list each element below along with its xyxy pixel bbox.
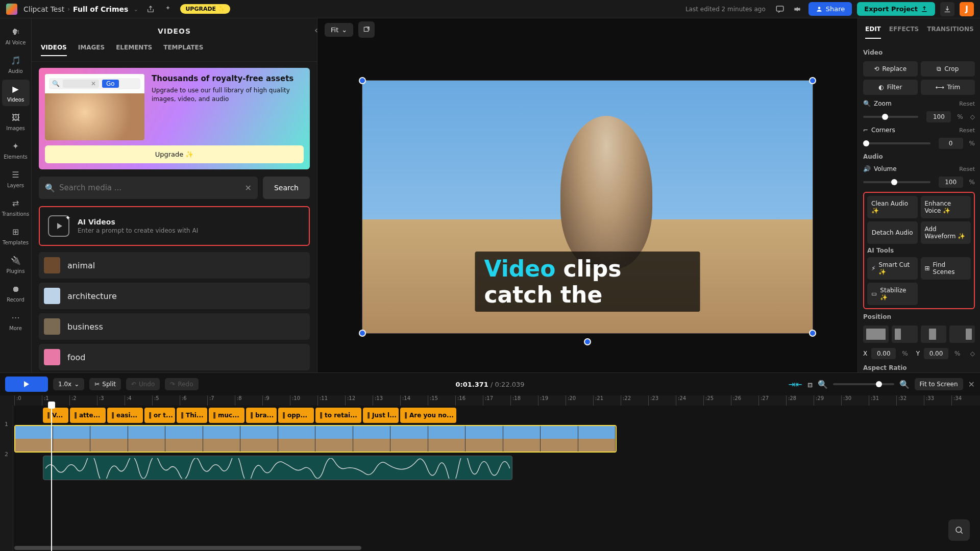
caption-clip[interactable]: ‖or t... [144, 408, 175, 423]
comment-icon[interactable] [775, 4, 785, 14]
caption-clip[interactable]: ‖muc... [209, 408, 244, 423]
pos-right[interactable] [949, 325, 975, 343]
captions-track[interactable]: ‖V...‖atte...‖easi...‖or t...‖Thi...‖muc… [43, 408, 980, 423]
timeline-ruler[interactable]: :0:1:2:3:4:5:6:7:8:9:10:11:12:13:14:15:1… [0, 395, 980, 406]
caption-clip[interactable]: ‖atte... [70, 408, 106, 423]
category-business[interactable]: business [39, 313, 310, 340]
resize-handle-tl[interactable] [359, 77, 366, 84]
share-up-icon[interactable] [145, 4, 156, 14]
video-caption[interactable]: Video clips catch the [475, 252, 700, 312]
right-tab-edit[interactable]: EDIT [865, 26, 881, 39]
banner-upgrade-button[interactable]: Upgrade ✨ [45, 145, 304, 163]
caption-clip[interactable]: ‖Just l... [363, 408, 399, 423]
snap-icon[interactable]: ⇥⇤ [789, 380, 802, 389]
ruler-tick[interactable]: :33 [924, 395, 951, 406]
caption-clip[interactable]: ‖V... [43, 408, 68, 423]
audio-track-clip[interactable] [43, 456, 512, 480]
split-button[interactable]: ✂Split [89, 378, 121, 390]
app-logo[interactable] [6, 4, 17, 15]
video-preview[interactable]: Video clips catch the [362, 80, 813, 334]
corners-slider[interactable] [863, 142, 930, 144]
add-waveform-button[interactable]: Add Waveform ✨ [921, 221, 971, 244]
ruler-tick[interactable]: :2 [69, 395, 97, 406]
rail-item-transitions[interactable]: ⇄Transitions [2, 194, 30, 220]
ruler-tick[interactable]: :8 [235, 395, 262, 406]
zoom-out-icon[interactable]: 🔍 [818, 380, 828, 389]
video-track-clip[interactable] [14, 425, 617, 453]
media-search-input[interactable]: 🔍 ✕ [39, 177, 258, 199]
ruler-tick[interactable]: :17 [483, 395, 510, 406]
corners-value[interactable]: 0 [939, 138, 963, 149]
link-icon[interactable]: ◇ [970, 113, 975, 120]
close-timeline-icon[interactable]: ✕ [968, 380, 975, 389]
timeline-scrollbar[interactable] [14, 546, 361, 550]
category-architecture[interactable]: architecture [39, 283, 310, 309]
find-scenes-button[interactable]: ⊞Find Scenes [921, 257, 971, 280]
rail-item-audio[interactable]: 🎵Audio [2, 51, 30, 78]
stabilize-button[interactable]: ▭Stabilize ✨ [867, 283, 918, 305]
volume-slider[interactable] [863, 181, 930, 183]
detach-audio-button[interactable]: Detach Audio [867, 221, 918, 244]
caption-clip[interactable]: ‖bra... [246, 408, 277, 423]
ruler-tick[interactable]: :31 [869, 395, 896, 406]
rotate-handle[interactable] [584, 338, 591, 345]
left-tab-elements[interactable]: ELEMENTS [116, 44, 152, 56]
ruler-tick[interactable]: :25 [703, 395, 731, 406]
search-fab[interactable] [948, 519, 970, 541]
corners-reset[interactable]: Reset [959, 127, 975, 134]
ruler-tick[interactable]: :5 [152, 395, 180, 406]
left-tab-videos[interactable]: VIDEOS [41, 44, 67, 56]
ruler-tick[interactable]: :7 [207, 395, 235, 406]
smart-cut-button[interactable]: ⚡Smart Cut ✨ [867, 257, 918, 280]
ruler-tick[interactable]: :15 [428, 395, 455, 406]
timeline-tracks[interactable]: 12 ‖V...‖atte...‖easi...‖or t...‖Thi...‖… [0, 406, 980, 551]
ruler-tick[interactable]: :27 [758, 395, 786, 406]
ruler-tick[interactable]: :34 [951, 395, 979, 406]
fit-dropdown[interactable]: Fit⌄ [325, 23, 353, 37]
upgrade-pill[interactable]: UPGRADE ✨ [180, 4, 230, 14]
banner-go-button[interactable]: Go [102, 80, 119, 88]
undo-button[interactable]: ↶Undo [126, 378, 160, 390]
rail-item-plugins[interactable]: 🔌Plugins [2, 251, 30, 278]
share-button[interactable]: Share [808, 2, 852, 16]
play-button[interactable] [5, 377, 48, 392]
y-value[interactable]: 0.00 [924, 348, 948, 359]
speed-dropdown[interactable]: 1.0x⌄ [53, 378, 84, 390]
search-button[interactable]: Search [263, 177, 310, 199]
pos-full[interactable] [863, 325, 889, 343]
volume-value[interactable]: 100 [939, 177, 963, 188]
ruler-tick[interactable]: :3 [97, 395, 125, 406]
rail-item-ai-voice[interactable]: 🗣AI Voice [2, 22, 30, 49]
ruler-tick[interactable]: :1 [42, 395, 69, 406]
ruler-tick[interactable]: :30 [841, 395, 869, 406]
rail-item-more[interactable]: ⋯More [2, 308, 30, 335]
fit-screen-button[interactable]: Fit to Screen [915, 378, 963, 390]
breadcrumb-parent[interactable]: Clipcat Test [23, 5, 64, 13]
category-animal[interactable]: animal [39, 252, 310, 279]
download-button[interactable] [940, 2, 954, 16]
rail-item-elements[interactable]: ✦Elements [2, 137, 30, 163]
clear-icon[interactable]: ✕ [244, 183, 251, 193]
ai-videos-button[interactable]: ✦ AI Videos Enter a prompt to create vid… [39, 206, 310, 246]
ruler-tick[interactable]: :4 [125, 395, 152, 406]
right-tab-effects[interactable]: EFFECTS [889, 26, 919, 39]
resize-handle-br[interactable] [809, 330, 816, 337]
sparkle-icon[interactable] [163, 4, 173, 14]
ruler-tick[interactable]: :16 [455, 395, 483, 406]
rail-item-templates[interactable]: ⊞Templates [2, 222, 30, 249]
ruler-tick[interactable]: :20 [566, 395, 593, 406]
search-field[interactable] [59, 183, 244, 192]
replace-button[interactable]: ⟲Replace [863, 61, 918, 77]
ruler-tick[interactable]: :13 [373, 395, 400, 406]
zoom-reset[interactable]: Reset [959, 101, 975, 107]
caption-clip[interactable]: ‖Are you no... [400, 408, 456, 423]
crop-button[interactable]: ⧉Crop [921, 61, 975, 77]
ruler-tick[interactable]: :11 [317, 395, 345, 406]
export-button[interactable]: Export Project [857, 2, 935, 16]
ruler-tick[interactable]: :6 [180, 395, 207, 406]
zoom-value[interactable]: 100 [926, 111, 951, 122]
ruler-tick[interactable]: :9 [262, 395, 290, 406]
left-tab-templates[interactable]: TEMPLATES [163, 44, 203, 56]
ruler-tick[interactable]: :28 [786, 395, 814, 406]
volume-reset[interactable]: Reset [959, 166, 975, 172]
